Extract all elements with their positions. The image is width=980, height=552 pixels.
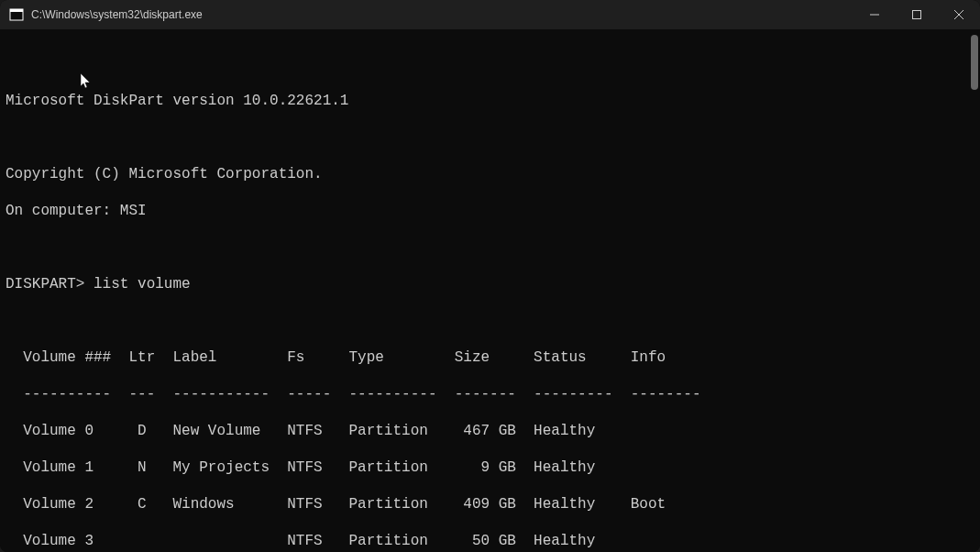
blank-line bbox=[6, 238, 974, 257]
table-row: Volume 1 N My Projects NTFS Partition 9 … bbox=[6, 458, 974, 477]
copyright-line: Copyright (C) Microsoft Corporation. bbox=[6, 165, 974, 183]
table-header: Volume ### Ltr Label Fs Type Size Status… bbox=[6, 348, 974, 367]
table-row: Volume 0 D New Volume NTFS Partition 467… bbox=[6, 422, 974, 440]
table-row: Volume 3 NTFS Partition 50 GB Healthy bbox=[6, 532, 974, 550]
svg-rect-1 bbox=[10, 9, 23, 12]
window-title: C:\Windows\system32\diskpart.exe bbox=[31, 8, 853, 21]
minimize-button[interactable] bbox=[853, 0, 896, 29]
computer-line: On computer: MSI bbox=[6, 202, 974, 220]
maximize-button[interactable] bbox=[896, 0, 938, 29]
table-divider: ---------- --- ----------- ----- -------… bbox=[6, 385, 974, 403]
terminal-output[interactable]: Microsoft DiskPart version 10.0.22621.1 … bbox=[0, 29, 980, 552]
table-row: Volume 2 C Windows NTFS Partition 409 GB… bbox=[6, 495, 974, 513]
blank-line bbox=[6, 128, 974, 147]
close-button[interactable] bbox=[938, 0, 980, 29]
window-controls bbox=[853, 0, 980, 29]
titlebar[interactable]: C:\Windows\system32\diskpart.exe bbox=[0, 0, 980, 29]
version-line: Microsoft DiskPart version 10.0.22621.1 bbox=[6, 92, 974, 110]
terminal-window: C:\Windows\system32\diskpart.exe Microso… bbox=[0, 0, 980, 552]
blank-line bbox=[6, 312, 974, 330]
blank-line bbox=[6, 55, 974, 73]
app-icon bbox=[9, 7, 24, 22]
scrollbar-thumb[interactable] bbox=[971, 35, 978, 90]
prompt-line: DISKPART> list volume bbox=[6, 275, 974, 293]
svg-rect-3 bbox=[913, 11, 921, 19]
